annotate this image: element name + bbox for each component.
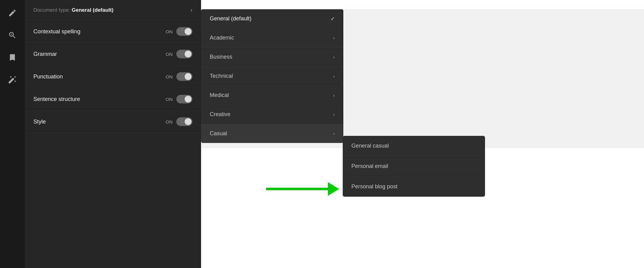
dropdown-creative-chevron-icon: › (333, 112, 335, 117)
svg-rect-0 (11, 33, 12, 34)
toggle-right-grammar: ON (166, 50, 193, 58)
toggle-row-grammar: Grammar ON (25, 43, 201, 65)
dropdown-item-business-label: Business (210, 54, 232, 60)
doc-type-prefix: Document type: (33, 7, 70, 13)
green-arrow (266, 182, 339, 196)
main-area-top (201, 0, 644, 9)
submenu-item-personal-blog-post[interactable]: Personal blog post (343, 177, 485, 197)
doc-type-row[interactable]: Document type: General (default) › (25, 0, 201, 20)
toggle-knob-contextual-spelling (185, 28, 191, 35)
dropdown-academic-chevron-icon: › (333, 35, 335, 41)
toggle-switch-punctuation[interactable] (176, 72, 192, 81)
toggle-state-style: ON (166, 119, 173, 124)
toggle-label-sentence-structure: Sentence structure (33, 96, 80, 103)
dropdown-casual-chevron-icon: › (333, 131, 335, 136)
dropdown-item-casual-label: Casual (210, 130, 227, 137)
toggle-knob-grammar (185, 51, 191, 57)
toggle-right-style: ON (166, 117, 193, 126)
dropdown-business-chevron-icon: › (333, 54, 335, 60)
toggle-knob-style (185, 118, 191, 125)
settings-panel: Document type: General (default) › Conte… (25, 0, 201, 268)
toggle-knob-punctuation (185, 73, 191, 80)
submenu-item-personal-email[interactable]: Personal email (343, 156, 485, 177)
sidebar (0, 0, 25, 268)
document-type-dropdown: General (default) ✓ Academic › Business … (201, 9, 343, 143)
casual-submenu: General casual Personal email Personal b… (343, 136, 485, 197)
submenu-personal-email-label: Personal email (351, 163, 388, 170)
doc-type-label: Document type: General (default) (33, 7, 114, 13)
submenu-personal-blog-post-label: Personal blog post (351, 183, 397, 190)
dropdown-item-general-label: General (default) (210, 15, 251, 22)
dropdown-item-academic-label: Academic (210, 35, 234, 41)
dropdown-item-casual[interactable]: Casual › (201, 124, 343, 143)
svg-rect-2 (11, 35, 12, 35)
doc-type-value: General (default) (72, 7, 114, 13)
arrow-body (266, 188, 328, 190)
toggle-switch-sentence-structure[interactable] (176, 95, 192, 103)
dropdown-item-technical-label: Technical (210, 73, 233, 79)
toggle-row-sentence-structure: Sentence structure ON (25, 88, 201, 111)
pen-icon[interactable] (6, 6, 19, 20)
toggle-label-style: Style (33, 119, 46, 125)
dropdown-item-creative[interactable]: Creative › (201, 105, 343, 124)
toggle-switch-style[interactable] (176, 117, 192, 126)
dropdown-technical-chevron-icon: › (333, 73, 335, 79)
submenu-item-general-casual[interactable]: General casual (343, 136, 485, 156)
svg-rect-1 (11, 34, 12, 35)
dropdown-medical-chevron-icon: › (333, 93, 335, 98)
toggle-right-contextual-spelling: ON (166, 27, 193, 36)
toggle-state-contextual-spelling: ON (166, 29, 173, 34)
toggle-right-sentence-structure: ON (166, 95, 193, 103)
toggle-state-grammar: ON (166, 52, 173, 57)
search-icon[interactable] (6, 28, 19, 42)
toggle-switch-contextual-spelling[interactable] (176, 27, 192, 36)
doc-type-chevron-icon: › (191, 7, 192, 13)
dropdown-item-medical-label: Medical (210, 92, 229, 98)
toggle-row-style: Style ON (25, 111, 201, 133)
dropdown-item-technical[interactable]: Technical › (201, 67, 343, 86)
dropdown-item-business[interactable]: Business › (201, 48, 343, 67)
toggle-label-grammar: Grammar (33, 51, 57, 57)
arrow-head (328, 182, 339, 196)
toggle-row-contextual-spelling: Contextual spelling ON (25, 20, 201, 43)
dropdown-item-medical[interactable]: Medical › (201, 86, 343, 105)
magic-icon[interactable] (6, 73, 19, 86)
dropdown-item-academic[interactable]: Academic › (201, 28, 343, 48)
toggle-label-punctuation: Punctuation (33, 73, 63, 80)
dropdown-item-creative-label: Creative (210, 111, 230, 118)
toggle-right-punctuation: ON (166, 72, 193, 81)
bookmark-icon[interactable] (6, 51, 19, 64)
dropdown-check-icon: ✓ (331, 16, 335, 22)
submenu-general-casual-label: General casual (351, 143, 389, 149)
toggle-knob-sentence-structure (185, 96, 191, 103)
toggle-state-sentence-structure: ON (166, 97, 173, 102)
toggle-row-punctuation: Punctuation ON (25, 65, 201, 88)
dropdown-item-general[interactable]: General (default) ✓ (201, 9, 343, 28)
toggle-state-punctuation: ON (166, 74, 173, 79)
toggle-label-contextual-spelling: Contextual spelling (33, 28, 80, 35)
toggle-switch-grammar[interactable] (176, 50, 192, 58)
